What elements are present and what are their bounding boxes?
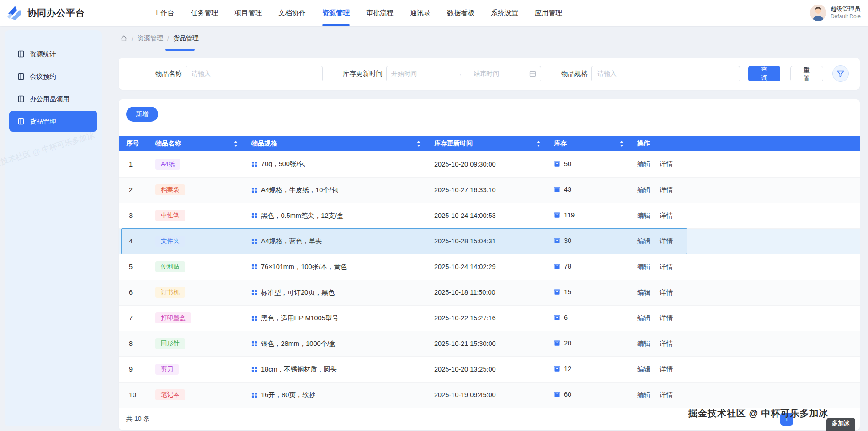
edit-link[interactable]: 编辑 xyxy=(637,340,650,347)
cell-stock: 50 xyxy=(547,151,630,177)
detail-link[interactable]: 详情 xyxy=(660,263,673,270)
column-header-4[interactable]: 库存 xyxy=(547,136,630,151)
date-range-picker[interactable]: → xyxy=(386,66,541,81)
column-label: 序号 xyxy=(126,140,139,148)
nav-item-8[interactable]: 系统设置 xyxy=(491,0,518,26)
cell-actions: 编辑详情 xyxy=(630,177,860,203)
filter-toggle-button[interactable] xyxy=(832,65,849,82)
table-row-4[interactable]: 4文件夹A4规格，蓝色，单夹2025-10-28 15:04:3130编辑详情 xyxy=(119,228,860,254)
stock-value: 78 xyxy=(564,263,571,270)
spec-text: A4规格，蓝色，单夹 xyxy=(261,237,322,246)
edit-link[interactable]: 编辑 xyxy=(637,314,650,322)
grid-icon xyxy=(251,366,257,372)
reset-button[interactable]: 重置 xyxy=(790,66,823,81)
nav-item-0[interactable]: 工作台 xyxy=(154,0,174,26)
column-header-3[interactable]: 库存更新时间 xyxy=(427,136,547,151)
item-name-input[interactable] xyxy=(186,66,323,81)
cell-item-spec: 76×101mm，100张/本，黄色 xyxy=(244,254,427,280)
app-logo[interactable]: 协同办公平台 xyxy=(0,5,85,21)
table-row-8[interactable]: 8回形针银色，28mm，1000个/盒2025-10-21 15:30:0020… xyxy=(119,331,860,356)
detail-link[interactable]: 详情 xyxy=(660,160,673,167)
cell-item-name: 打印墨盒 xyxy=(148,305,244,331)
end-time-input[interactable] xyxy=(474,70,527,77)
nav-item-6[interactable]: 通讯录 xyxy=(410,0,431,26)
detail-link[interactable]: 详情 xyxy=(660,314,673,322)
edit-link[interactable]: 编辑 xyxy=(637,212,650,219)
sidebar-item-0[interactable]: 资源统计 xyxy=(9,43,97,65)
filter-group-name: 物品名称 xyxy=(155,66,323,81)
table-row-1[interactable]: 1A4纸70g，500张/包2025-10-20 09:30:0050编辑详情 xyxy=(119,151,860,177)
sort-caret-icon[interactable] xyxy=(620,141,623,147)
table-row-2[interactable]: 2档案袋A4规格，牛皮纸，10个/包2025-10-27 16:33:1043编… xyxy=(119,177,860,203)
detail-link[interactable]: 详情 xyxy=(660,366,673,373)
cell-item-spec: 18cm，不锈钢材质，圆头 xyxy=(244,356,427,382)
cell-item-name: 档案袋 xyxy=(148,177,244,203)
grid-icon xyxy=(251,341,257,347)
nav-item-4[interactable]: 资源管理 xyxy=(322,0,350,26)
table-row-5[interactable]: 5便利贴76×101mm，100张/本，黄色2025-10-24 14:02:2… xyxy=(119,254,860,280)
item-spec-input[interactable] xyxy=(591,66,740,81)
cell-item-name: A4纸 xyxy=(148,151,244,177)
cell-item-name: 文件夹 xyxy=(148,228,244,254)
main-nav: 工作台任务管理项目管理文档协作资源管理审批流程通讯录数据看板系统设置应用管理 xyxy=(85,0,562,26)
detail-link[interactable]: 详情 xyxy=(660,340,673,347)
detail-link[interactable]: 详情 xyxy=(660,237,673,245)
sort-caret-icon[interactable] xyxy=(234,141,238,147)
item-spec-label: 物品规格 xyxy=(561,70,588,78)
sidebar-item-2[interactable]: 办公用品领用 xyxy=(9,88,97,109)
sort-caret-icon[interactable] xyxy=(537,141,540,147)
item-name-tag: 文件夹 xyxy=(155,236,185,247)
breadcrumb-item-resource[interactable]: 资源管理 xyxy=(138,34,163,43)
stock-value: 30 xyxy=(564,237,571,244)
sidebar-item-1[interactable]: 会议预约 xyxy=(9,66,97,87)
cell-actions: 编辑详情 xyxy=(630,254,860,280)
cell-item-name: 剪刀 xyxy=(148,356,244,382)
column-label: 物品名称 xyxy=(155,140,181,148)
nav-item-7[interactable]: 数据看板 xyxy=(447,0,474,26)
grid-icon xyxy=(251,290,257,296)
nav-item-5[interactable]: 审批流程 xyxy=(366,0,394,26)
sort-caret-icon[interactable] xyxy=(417,141,421,147)
grid-icon xyxy=(251,213,257,219)
edit-link[interactable]: 编辑 xyxy=(637,160,650,167)
nav-item-2[interactable]: 项目管理 xyxy=(234,0,262,26)
cell-item-spec: 标准型，可订20页，黑色 xyxy=(244,280,427,305)
edit-link[interactable]: 编辑 xyxy=(637,289,650,296)
stock-value: 6 xyxy=(564,314,568,321)
stock-value: 43 xyxy=(564,186,571,193)
column-header-1[interactable]: 物品名称 xyxy=(148,136,244,151)
edit-link[interactable]: 编辑 xyxy=(637,263,650,270)
grid-icon xyxy=(251,187,257,193)
edit-link[interactable]: 编辑 xyxy=(637,391,650,399)
edit-link[interactable]: 编辑 xyxy=(637,237,650,245)
cell-index: 1 xyxy=(119,151,148,177)
table-row-7[interactable]: 7打印墨盒黑色，适用HP M1005型号2025-10-22 15:27:166… xyxy=(119,305,860,331)
column-header-2[interactable]: 物品规格 xyxy=(244,136,427,151)
table-row-9[interactable]: 9剪刀18cm，不锈钢材质，圆头2025-10-20 13:25:0012编辑详… xyxy=(119,356,860,382)
table-row-3[interactable]: 3中性笔黑色，0.5mm笔尖，12支/盒2025-10-24 14:00:531… xyxy=(119,203,860,228)
nav-item-9[interactable]: 应用管理 xyxy=(535,0,562,26)
nav-item-3[interactable]: 文档协作 xyxy=(278,0,306,26)
item-name-label: 物品名称 xyxy=(155,70,182,78)
total-count: 共 10 条 xyxy=(126,415,149,423)
detail-link[interactable]: 详情 xyxy=(660,289,673,296)
column-header-0: 序号 xyxy=(119,136,148,151)
table-row-10[interactable]: 10笔记本16开，80页，软抄2025-10-19 09:45:0060编辑详情 xyxy=(119,382,860,408)
nav-item-1[interactable]: 任务管理 xyxy=(191,0,218,26)
spec-text: 黑色，0.5mm笔尖，12支/盒 xyxy=(261,211,343,220)
detail-link[interactable]: 详情 xyxy=(660,212,673,219)
spec-text: 黑色，适用HP M1005型号 xyxy=(261,314,339,323)
detail-link[interactable]: 详情 xyxy=(660,186,673,194)
table-row-6[interactable]: 6订书机标准型，可订20页，黑色2025-10-18 11:50:0015编辑详… xyxy=(119,280,860,305)
edit-link[interactable]: 编辑 xyxy=(637,366,650,373)
add-button[interactable]: 新增 xyxy=(126,107,158,122)
cell-actions: 编辑详情 xyxy=(630,382,860,408)
edit-link[interactable]: 编辑 xyxy=(637,186,650,194)
detail-link[interactable]: 详情 xyxy=(660,391,673,399)
start-time-input[interactable] xyxy=(391,70,445,77)
search-button[interactable]: 查询 xyxy=(748,66,780,81)
cell-stock: 12 xyxy=(547,356,630,382)
user-menu[interactable]: 超级管理员 Default Role xyxy=(810,0,861,26)
sidebar-item-3[interactable]: 货品管理 xyxy=(9,111,97,132)
home-icon[interactable] xyxy=(120,35,128,42)
